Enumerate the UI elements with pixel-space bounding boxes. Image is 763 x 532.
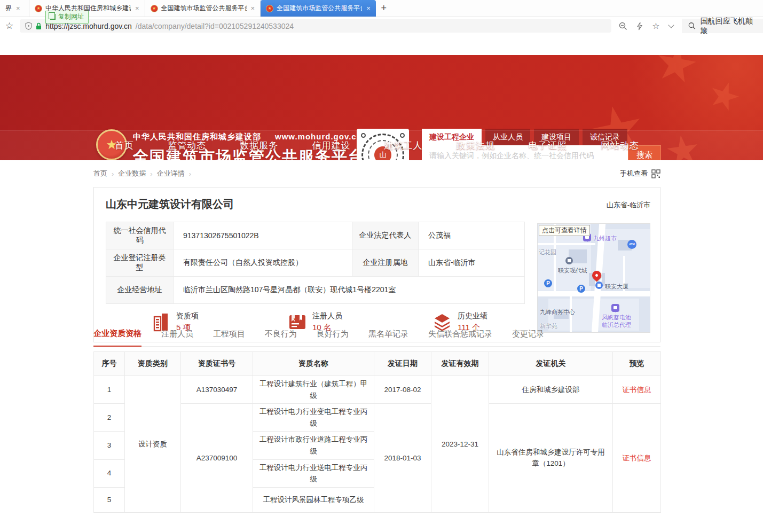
qualification-table: 序号 资质类别 资质证书号 资质名称 发证日期 发证有效期 发证机关 预览 1 … <box>93 351 661 513</box>
address-value: 临沂市兰山区陶然路107号星河晶都（联安）现代城1号楼2201室 <box>174 277 525 304</box>
mobile-view-button[interactable]: 手机查看 <box>620 169 660 178</box>
tab-change-records[interactable]: 变更记录 <box>512 329 544 346</box>
table-row: 企业登记注册类型 有限责任公司（自然人投资或控股） 企业注册属地 山东省-临沂市 <box>106 249 525 277</box>
tab-title: 全国建筑市场监管公共服务平台 <box>277 4 362 13</box>
company-card: 山东中元建筑设计有限公司 山东省-临沂市 统一社会信用代码 9137130267… <box>93 187 660 342</box>
tab-registered-personnel[interactable]: 注册人员 <box>161 329 193 346</box>
table-header-row: 序号 资质类别 资质证书号 资质名称 发证日期 发证有效期 发证机关 预览 <box>94 352 661 376</box>
row-no: 3 <box>94 432 125 459</box>
tab-good-behavior[interactable]: 良好行为 <box>317 329 349 346</box>
chevron-down-icon[interactable] <box>668 22 674 28</box>
tab-blacklist[interactable]: 黑名单记录 <box>368 329 408 346</box>
nav-item-data-service[interactable]: 数据服务 <box>240 139 278 152</box>
zoom-out-icon[interactable] <box>619 22 627 30</box>
nav-item-credit[interactable]: 信用建设 <box>312 139 350 152</box>
breadcrumb-separator: › <box>112 170 114 178</box>
tab-dishonesty-records[interactable]: 失信联合惩戒记录 <box>428 329 492 346</box>
lock-icon <box>36 22 42 30</box>
parking-pin-icon: P <box>577 285 585 293</box>
battery-pin-icon <box>611 304 619 312</box>
qualification-name: 工程设计风景园林工程专项乙级 <box>253 487 374 512</box>
emblem-favicon-icon: ★ <box>266 5 273 12</box>
map-label: 九峰商务中心 <box>540 308 575 316</box>
col-header: 发证机关 <box>489 352 613 376</box>
url-field[interactable]: https://jzsc.mohurd.gov.cn/data/company/… <box>20 19 611 33</box>
cert-no: A237009100 <box>181 404 253 513</box>
atm-pin-icon: ATM <box>627 240 636 249</box>
nav-item-workers[interactable]: 建筑工人 <box>384 139 423 152</box>
browser-search-box[interactable]: 国航回应飞机颠簸 <box>682 19 763 33</box>
table-row: 企业经营地址 临沂市兰山区陶然路107号星河晶都（联安）现代城1号楼2201室 <box>106 277 525 304</box>
legal-rep-value: 公茂福 <box>419 222 525 249</box>
address-bar-icons: ☆ <box>619 21 673 31</box>
map-tooltip: 点击可查看详情 <box>539 225 590 236</box>
breadcrumb-home[interactable]: 首页 <box>93 169 107 178</box>
svg-text:★: ★ <box>293 317 297 322</box>
qualification-name: 工程设计市政行业道路工程专业丙级 <box>253 432 374 459</box>
copy-icon <box>50 14 56 20</box>
tab-qualifications[interactable]: 企业资质资格 <box>93 328 141 347</box>
location-map[interactable]: 点击可查看详情 九州超市 ATM 记花园 联安现代城 联安大厦 P P 九峰商务… <box>537 223 650 333</box>
tab-bad-behavior[interactable]: 不良行为 <box>265 329 297 346</box>
map-label: 联安大厦 <box>605 283 628 291</box>
valid-until: 2023-12-31 <box>431 376 489 513</box>
col-header: 序号 <box>94 352 125 376</box>
table-row: 1 设计资质 A137030497 工程设计建筑行业（建筑工程）甲级 2017-… <box>94 376 661 404</box>
browser-tab-jzsc[interactable]: ★ 全国建筑市场监管公共服务平台 × <box>145 0 261 17</box>
main-nav: 首页 监管动态 数据服务 信用建设 建筑工人 政策法规 电子证照 网站动态 <box>93 130 660 160</box>
qualification-category: 设计资质 <box>125 376 181 513</box>
nav-item-home[interactable]: 首页 <box>115 139 134 152</box>
breadcrumb-separator: › <box>189 170 191 178</box>
emblem-favicon-icon: ★ <box>151 5 158 12</box>
tower-pin-icon <box>595 281 603 289</box>
certificate-info-link[interactable]: 证书信息 <box>623 386 651 394</box>
stat-label: 历史业绩 <box>458 311 487 321</box>
field-label: 企业注册属地 <box>352 249 419 277</box>
close-icon[interactable]: × <box>16 4 20 12</box>
nav-item-e-license[interactable]: 电子证照 <box>529 139 567 152</box>
issue-date: 2018-01-03 <box>374 404 431 513</box>
url-path: /data/company/detail?id=0021052912405330… <box>136 22 294 30</box>
reg-region-value: 山东省-临沂市 <box>419 249 525 277</box>
bookmark-star-icon[interactable]: ☆ <box>5 20 13 32</box>
copy-url-tooltip: 复制网址 <box>45 11 89 24</box>
issue-date: 2017-08-02 <box>374 376 431 404</box>
detail-tabs: 企业资质资格 注册人员 工程项目 不良行为 良好行为 黑名单记录 失信联合惩戒记… <box>93 326 660 347</box>
issuing-authority: 住房和城乡建设部 <box>489 376 613 404</box>
lightning-icon[interactable] <box>636 22 643 30</box>
close-icon[interactable]: × <box>251 4 255 12</box>
breadcrumb-company-detail[interactable]: 企业详情 <box>157 169 185 178</box>
stat-label: 资质项 <box>176 311 199 321</box>
close-icon[interactable]: × <box>366 4 371 12</box>
browser-tab-partial[interactable]: 界 × <box>0 0 29 17</box>
nav-item-site-news[interactable]: 网站动态 <box>601 139 639 152</box>
col-header: 资质类别 <box>125 352 181 376</box>
nav-item-policy[interactable]: 政策法规 <box>457 139 495 152</box>
address-bar: ☆ https://jzsc.mohurd.gov.cn/data/compan… <box>0 17 763 35</box>
col-header: 资质证书号 <box>181 352 253 376</box>
cert-no: A137030497 <box>181 376 253 404</box>
map-label: 九州超市 <box>593 234 617 242</box>
table-row: 统一社会信用代码 91371302675501022B 企业法定代表人 公茂福 <box>106 222 525 249</box>
search-icon <box>688 22 696 30</box>
row-no: 4 <box>94 459 125 487</box>
breadcrumb-company-data[interactable]: 企业数据 <box>118 169 146 178</box>
browser-tab-active[interactable]: ★ 全国建筑市场监管公共服务平台 × <box>261 0 376 17</box>
row-no: 5 <box>94 487 125 512</box>
certificate-info-link[interactable]: 证书信息 <box>623 454 651 462</box>
favorite-star-icon[interactable]: ☆ <box>652 21 659 31</box>
tab-projects[interactable]: 工程项目 <box>213 329 245 346</box>
new-tab-button[interactable]: + <box>376 0 392 17</box>
breadcrumb-separator: › <box>150 170 152 178</box>
site-header: ★ 中华人民共和国住房和城乡建设部 www.mohurd.gov.cn 全国建筑… <box>0 55 763 160</box>
field-label: 企业经营地址 <box>106 277 174 304</box>
parking-pin-icon: P <box>544 279 552 287</box>
reg-type-value: 有限责任公司（自然人投资或控股） <box>174 249 352 277</box>
building-pin-icon <box>565 257 573 264</box>
map-label: 联安现代城 <box>558 267 587 275</box>
field-label: 企业法定代表人 <box>352 222 419 249</box>
field-label: 统一社会信用代码 <box>106 222 174 249</box>
nav-item-supervision[interactable]: 监管动态 <box>168 139 206 152</box>
close-icon[interactable]: × <box>135 4 139 12</box>
qualification-name: 工程设计电力行业送电工程专业丙级 <box>253 459 374 487</box>
